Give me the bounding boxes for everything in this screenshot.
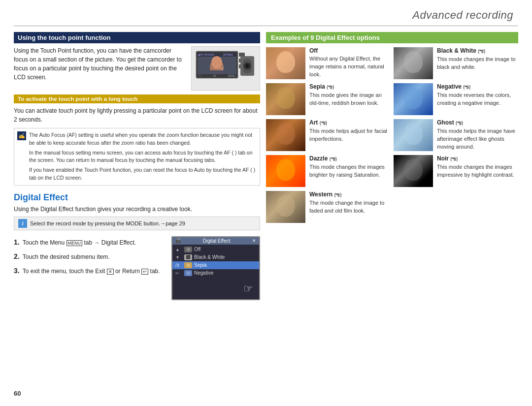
effect-desc-bw: This mode changes the image to black and… (437, 56, 518, 71)
effect-info-negative: Negative (㎯) This mode reverses the colo… (437, 83, 518, 107)
menu-nav-down: ▼ (175, 255, 182, 260)
svg-point-20 (246, 65, 248, 67)
effect-desc-western: The mode change the image to faded and o… (309, 199, 391, 215)
touch-point-section: Using the Touch Point function, you can … (14, 46, 260, 91)
note-box: ✍ The Auto Focus (AF) setting is useful … (14, 128, 260, 186)
steps-text: 1. Touch the Menu MENU tab → Digital Eff… (14, 236, 166, 280)
effect-negative: Negative (㎯) This mode reverses the colo… (394, 83, 518, 115)
note-line-2: In the manual focus setting menu screen,… (29, 149, 256, 165)
menu-row-icon-4: ◎ (184, 270, 192, 276)
effect-bw: Black & White (㎯) This mode changes the … (394, 47, 518, 79)
effect-desc-ghost: This mode helps the image have afterimag… (437, 127, 518, 151)
note-line-3: If you have enabled the Touch Point func… (29, 166, 256, 182)
step-3-num: 3. (14, 267, 20, 275)
svg-text:⬛: ⬛ (199, 74, 202, 78)
menu-nav-up: ▲ (175, 247, 182, 252)
step-2-text: Touch the desired submenu item. (23, 253, 110, 260)
effect-name-negative: Negative (㎯) (437, 83, 518, 91)
info-note-text: Select the record mode by pressing the M… (30, 220, 185, 226)
effect-thumb-off (266, 47, 305, 79)
effect-sepia: Sepia (㎯) This mode gives the image an o… (266, 83, 391, 115)
menu-row-label-4: Negative (194, 270, 213, 276)
menu-row-label-3: Sepia (194, 262, 207, 268)
face-bw (394, 47, 433, 79)
long-touch-header: To activate the touch point with a long … (14, 94, 260, 103)
face-western (266, 191, 305, 223)
face-dazzle (266, 155, 305, 187)
menu-rows: ▲ ◎ Off ▼ ⬛ Black & White /3 ◎ Sepia ↩ ◎ (172, 245, 259, 278)
effect-name-western: Western (㎯) (309, 191, 391, 198)
effect-art: Art (㎯) This mode helps adjust for facia… (266, 119, 391, 151)
page-title: Advanced recording (412, 9, 513, 22)
menu-row-label-2: Black & White (194, 254, 225, 260)
svg-text:AF: AF (213, 74, 216, 77)
face-ghost (394, 119, 433, 151)
menu-row-icon-1: ◎ (184, 247, 192, 252)
camcorder-image: ▶RY 00:00:00 [307Min] ⬛ AF MENU ☞ (191, 46, 260, 91)
effect-name-noir: Noir (㎯) (437, 155, 518, 162)
step-1-num: 1. (14, 238, 20, 246)
effect-name-sepia: Sepia (㎯) (309, 83, 391, 91)
effects-grid: Off Without any Digital Effect, the imag… (266, 47, 518, 223)
menu-screen-title: Digital Effect (203, 238, 231, 244)
menu-screen: 🎬 Digital Effect ✕ ▲ ◎ Off ▼ ⬛ Black & W… (171, 236, 260, 300)
effect-noir: Noir (㎯) This mode changes the images im… (394, 155, 518, 187)
effect-info-noir: Noir (㎯) This mode changes the images im… (437, 155, 518, 179)
steps-section: 1. Touch the Menu MENU tab → Digital Eff… (14, 236, 260, 300)
info-icon: i (18, 219, 27, 228)
step-3: 3. To exit the menu, touch the Exit ✕ or… (14, 265, 166, 277)
top-rule (14, 26, 518, 26)
effect-thumb-bw (394, 47, 433, 79)
right-column: Examples of 9 Digital Effect options Off… (266, 32, 518, 223)
effect-desc-off: Without any Digital Effect, the image re… (309, 55, 391, 79)
step-2: 2. Touch the desired submenu item. (14, 250, 166, 263)
svg-text:[307Min]: [307Min] (223, 53, 233, 56)
effect-desc-art: This mode helps adjust for facial imperf… (309, 127, 391, 143)
touch-point-header: Using the touch point function (14, 32, 260, 43)
note-icon: ✍ (17, 131, 26, 140)
page-number: 60 (14, 390, 21, 397)
effect-thumb-sepia (266, 83, 305, 115)
svg-text:MENU: MENU (228, 74, 235, 77)
effect-thumb-western (266, 191, 305, 223)
menu-row-icon-3: ◎ (184, 262, 192, 268)
menu-row-3-num: /3 (175, 263, 182, 268)
effect-desc-sepia: This mode gives the image an old-time, r… (309, 92, 391, 107)
effect-info-western: Western (㎯) The mode change the image to… (309, 191, 391, 215)
effect-name-ghost: Ghost (㎯) (437, 119, 518, 126)
effect-name-art: Art (㎯) (309, 119, 391, 126)
effect-thumb-art (266, 119, 305, 151)
menu-row-label-1: Off (194, 247, 200, 252)
effect-ghost: Ghost (㎯) This mode helps the image have… (394, 119, 518, 151)
menu-row-1: ▲ ◎ Off (172, 246, 259, 253)
menu-row-icon-2: ⬛ (184, 254, 192, 260)
menu-row-2: ▼ ⬛ Black & White (172, 253, 259, 261)
digital-effect-desc: Using the Digital Effect function gives … (14, 206, 260, 213)
svg-text:▶RY 00:00:00: ▶RY 00:00:00 (199, 53, 214, 56)
face-art (266, 119, 305, 151)
effect-info-off: Off Without any Digital Effect, the imag… (309, 47, 391, 79)
menu-row-4: ↩ ◎ Negative (172, 269, 259, 277)
effect-name-off: Off (309, 47, 391, 54)
svg-text:☞: ☞ (219, 65, 225, 72)
effect-western: Western (㎯) The mode change the image to… (266, 191, 391, 223)
effect-off: Off Without any Digital Effect, the imag… (266, 47, 391, 79)
step-1: 1. Touch the Menu MENU tab → Digital Eff… (14, 236, 166, 249)
menu-row-3: /3 ◎ Sepia (172, 261, 259, 269)
step-1-text: Touch the Menu MENU tab → Digital Effect… (23, 239, 136, 246)
face-negative (394, 83, 433, 115)
long-touch-text: You can activate touch point by lightly … (14, 106, 260, 124)
hand-cursor-icon: ☞ (243, 282, 253, 295)
face-off (266, 47, 305, 79)
effect-name-dazzle: Dazzle (㎯) (309, 155, 391, 162)
effect-info-dazzle: Dazzle (㎯) This mode changes the images … (309, 155, 391, 179)
step-2-num: 2. (14, 252, 20, 260)
effect-thumb-ghost (394, 119, 433, 151)
effect-info-bw: Black & White (㎯) This mode changes the … (437, 47, 518, 71)
effect-info-ghost: Ghost (㎯) This mode helps the image have… (437, 119, 518, 151)
effect-info-art: Art (㎯) This mode helps adjust for facia… (309, 119, 391, 143)
effect-desc-noir: This mode changes the images impressive … (437, 163, 518, 179)
svg-rect-8 (239, 53, 245, 57)
effect-dazzle: Dazzle (㎯) This mode changes the images … (266, 155, 391, 187)
left-column: Using the touch point function Using the… (14, 32, 260, 300)
